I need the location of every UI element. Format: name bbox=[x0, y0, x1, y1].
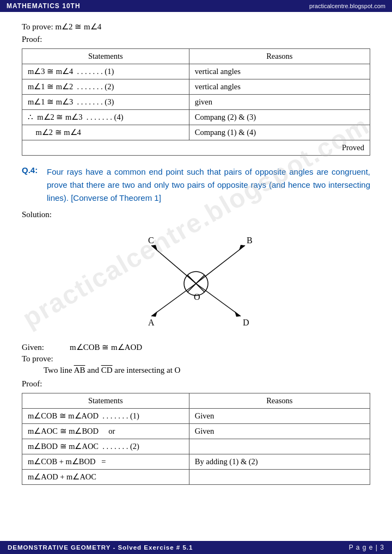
reason-t2-2: Given bbox=[189, 424, 370, 439]
table-row: m∠1 ≅ m∠2 . . . . . . . (2) vertical ang… bbox=[22, 79, 370, 95]
reason-3: given bbox=[189, 95, 370, 110]
stmt-4: ∴ m∠2 ≅ m∠3 . . . . . . . (4) bbox=[22, 110, 189, 125]
stmt-t2-1: m∠COB ≅ m∠AOD . . . . . . . (1) bbox=[22, 409, 189, 424]
line-CD: CD bbox=[101, 366, 113, 374]
reason-t2-1: Given bbox=[189, 409, 370, 424]
to-prove-block: To prove: bbox=[22, 354, 370, 364]
top-bar-left: Mathematics 10th bbox=[7, 2, 81, 10]
table1-header-reasons: Reasons bbox=[189, 49, 370, 64]
proof-label-1: Proof: bbox=[22, 35, 370, 44]
proved-row: Proved bbox=[22, 140, 370, 156]
bottom-left: DEMONSTRATIVE GEOMETRY - Solved Exercise… bbox=[8, 544, 193, 551]
table2-header-statements: Statements bbox=[22, 393, 189, 409]
table-row: m∠AOC ≅ m∠BOD or Given bbox=[22, 424, 370, 439]
given-label: Given: bbox=[22, 343, 60, 352]
top-bar-right: practicalcentre.blogspot.com bbox=[309, 3, 385, 9]
svg-marker-10 bbox=[235, 311, 241, 317]
content: To prove: m∠2 ≅ m∠4 Proof: Statements Re… bbox=[0, 12, 392, 525]
table-row: m∠COB + m∠BOD = By adding (1) & (2) bbox=[22, 454, 370, 470]
stmt-t2-2: m∠AOC ≅ m∠BOD or bbox=[22, 424, 189, 439]
svg-line-3 bbox=[196, 245, 245, 284]
svg-marker-8 bbox=[151, 311, 157, 317]
to-prove-label2: To prove: bbox=[22, 354, 53, 363]
table1-header-statements: Statements bbox=[22, 49, 189, 64]
svg-line-7 bbox=[151, 284, 196, 316]
table-row: m∠COB ≅ m∠AOD . . . . . . . (1) Given bbox=[22, 409, 370, 424]
reason-t2-4: By adding (1) & (2) bbox=[189, 454, 370, 470]
geometry-diagram: C B O A D bbox=[120, 225, 272, 334]
stmt-t2-4: m∠COB + m∠BOD = bbox=[22, 454, 189, 470]
proof-label-2: Proof: bbox=[22, 379, 370, 389]
q4-text: Four rays have a common end point such t… bbox=[47, 165, 370, 205]
table-row: ∴ m∠2 ≅ m∠3 . . . . . . . (4) Compang (2… bbox=[22, 110, 370, 125]
bottom-bar: DEMONSTRATIVE GEOMETRY - Solved Exercise… bbox=[0, 541, 392, 554]
table-row: m∠3 ≅ m∠4 . . . . . . . (1) vertical ang… bbox=[22, 64, 370, 79]
question-4: Q.4: Four rays have a common end point s… bbox=[22, 165, 370, 205]
given-value: m∠COB ≅ m∠AOD bbox=[70, 342, 142, 352]
stmt-t2-5: m∠AOD + m∠AOC bbox=[22, 470, 189, 485]
table-row: m∠2 ≅ m∠4 Compang (1) & (4) bbox=[22, 125, 370, 140]
bottom-right: P a g e | 3 bbox=[349, 544, 384, 551]
proof-table-2: Statements Reasons m∠COB ≅ m∠AOD . . . .… bbox=[22, 393, 370, 485]
label-B: B bbox=[247, 236, 253, 245]
reason-2: vertical angles bbox=[189, 79, 370, 95]
diagram-area: C B O A D bbox=[22, 225, 370, 334]
solution-label: Solution: bbox=[22, 210, 370, 219]
to-prove-statement: To prove: m∠2 ≅ m∠4 bbox=[22, 22, 370, 32]
q4-label: Q.4: bbox=[22, 165, 42, 175]
table-row: m∠1 ≅ m∠3 . . . . . . . (3) given bbox=[22, 95, 370, 110]
svg-marker-4 bbox=[239, 245, 245, 250]
proved-text: Proved bbox=[22, 140, 370, 156]
top-bar: Mathematics 10th practicalcentre.blogspo… bbox=[0, 0, 392, 12]
reason-4: Compang (2) & (3) bbox=[189, 110, 370, 125]
label-O: O bbox=[194, 292, 200, 301]
reason-5: Compang (1) & (4) bbox=[189, 125, 370, 140]
stmt-1: m∠3 ≅ m∠4 . . . . . . . (1) bbox=[22, 64, 189, 79]
svg-line-5 bbox=[151, 245, 196, 284]
reason-1: vertical angles bbox=[189, 64, 370, 79]
label-C: C bbox=[148, 236, 154, 245]
stmt-3: m∠1 ≅ m∠3 . . . . . . . (3) bbox=[22, 95, 189, 110]
proof-table-1: Statements Reasons m∠3 ≅ m∠4 . . . . . .… bbox=[22, 48, 370, 156]
svg-line-9 bbox=[196, 284, 241, 316]
given-block: Given: m∠COB ≅ m∠AOD bbox=[22, 342, 370, 352]
stmt-5: m∠2 ≅ m∠4 bbox=[22, 125, 189, 140]
table2-header-reasons: Reasons bbox=[189, 393, 370, 409]
svg-marker-6 bbox=[151, 245, 157, 250]
label-A: A bbox=[148, 318, 155, 327]
stmt-2: m∠1 ≅ m∠2 . . . . . . . (2) bbox=[22, 79, 189, 95]
stmt-t2-3: m∠BOD ≅ m∠AOC . . . . . . . (2) bbox=[22, 439, 189, 454]
table-row: m∠BOD ≅ m∠AOC . . . . . . . (2) bbox=[22, 439, 370, 454]
two-line-block: Two line AB and CD are intersecting at O bbox=[44, 366, 370, 375]
table-row: m∠AOD + m∠AOC bbox=[22, 470, 370, 485]
label-D: D bbox=[243, 318, 249, 327]
line-AB: AB bbox=[74, 366, 85, 374]
reason-t2-3 bbox=[189, 439, 370, 454]
reason-t2-5 bbox=[189, 470, 370, 485]
